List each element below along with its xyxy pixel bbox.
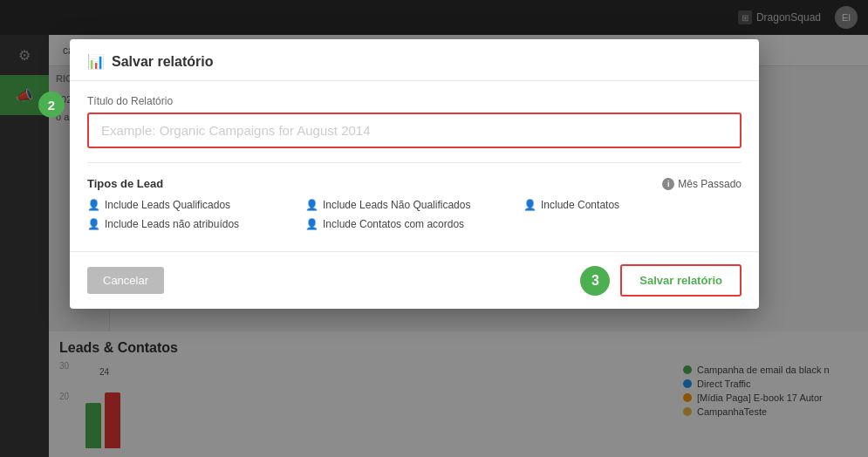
step-3-badge: 3 [580,266,610,296]
lead-types-label: Tipos de Lead [87,177,163,190]
lead-option-label-1: Include Leads Não Qualificados [323,199,470,211]
modal-header: 📊 Salvar relatório [70,39,759,81]
mes-passado-label: Mês Passado [678,178,742,190]
footer-right: 3 Salvar relatório [580,264,742,297]
lead-option-0: 👤 Include Leads Qualificados [87,199,305,211]
lead-types-header: Tipos de Lead i Mês Passado [87,177,742,190]
lead-option-label-0: Include Leads Qualificados [105,199,230,211]
lead-option-1: 👤 Include Leads Não Qualificados [305,199,523,211]
mes-passado: i Mês Passado [662,178,742,190]
field-label: Título do Relatório [87,95,742,107]
lead-options-grid: 👤 Include Leads Qualificados 👤 Include L… [87,199,742,230]
step-2-badge: 2 [38,92,65,118]
modal-footer: Cancelar 3 Salvar relatório [70,251,759,309]
lead-option-label-2: Include Contatos [541,199,619,211]
lead-option-4: 👤 Include Contatos com acordos [305,218,523,230]
modal-body: Título do Relatório Tipos de Lead i Mês … [70,81,759,251]
save-report-modal: 📊 Salvar relatório Título do Relatório T… [70,39,759,309]
cancel-button[interactable]: Cancelar [87,267,164,294]
step-3-label: 3 [591,273,599,289]
info-icon: i [662,178,674,190]
lead-option-icon-0: 👤 [87,199,100,211]
report-title-input[interactable] [87,113,742,148]
lead-option-3: 👤 Include Leads não atribuídos [87,218,305,230]
lead-option-label-4: Include Contatos com acordos [323,218,464,230]
lead-option-icon-1: 👤 [305,199,318,211]
lead-option-label-3: Include Leads não atribuídos [105,218,239,230]
save-report-button[interactable]: Salvar relatório [620,264,742,297]
lead-option-icon-3: 👤 [87,218,100,230]
lead-option-icon-4: 👤 [305,218,318,230]
divider [87,162,742,163]
modal-header-icon: 📊 [87,53,105,70]
modal-title: Salvar relatório [112,54,214,70]
lead-option-2: 👤 Include Contatos [523,199,742,211]
lead-option-icon-2: 👤 [523,199,537,211]
